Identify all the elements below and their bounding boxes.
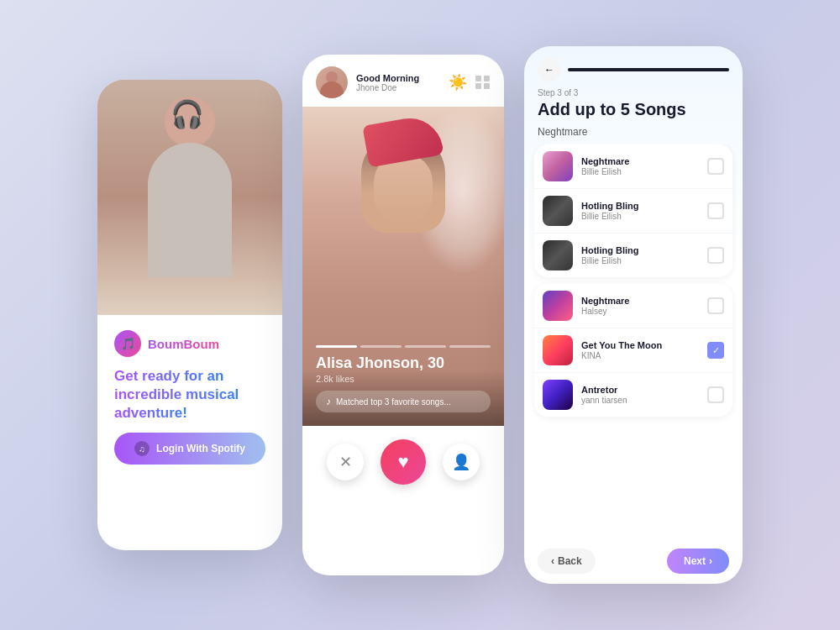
song-item[interactable]: Neghtmare Halsey <box>534 284 732 328</box>
song-info-3: Hotling Bling Billie Eilish <box>581 245 699 265</box>
profile-screen: Good Morning Jhone Doe ☀️ Alisa Jhonson,… <box>302 55 504 575</box>
song-artist-1: Billie Eilish <box>581 167 699 176</box>
logo-text: BoumBoum <box>148 337 219 351</box>
photo-overlay: Alisa Jhonson, 30 2.8k likes ♪ Matched t… <box>302 332 504 426</box>
song-checkbox-2[interactable] <box>707 202 724 219</box>
song-title-5: Get You The Moon <box>581 340 699 350</box>
song-item[interactable]: Hotling Bling Billie Eilish <box>534 189 732 234</box>
welcome-screen: 🎧 🎵 BoumBoum Get ready for an incredible… <box>97 80 282 550</box>
song-checkbox-6[interactable] <box>707 386 724 403</box>
song-item[interactable]: Antretor yann tiarsen <box>534 373 732 417</box>
back-arrow-button[interactable]: ← <box>538 58 561 81</box>
song-checkbox-3[interactable] <box>707 247 724 264</box>
song-artwork-4 <box>543 291 573 321</box>
matched-songs-bar[interactable]: ♪ Matched top 3 favorite songs... <box>316 391 491 412</box>
matched-text: Matched top 3 favorite songs... <box>336 397 451 407</box>
song-checkbox-4[interactable] <box>707 297 724 314</box>
progress-fill <box>568 68 729 71</box>
grid-icon[interactable] <box>475 76 491 89</box>
song-artwork-2 <box>543 196 573 226</box>
footer: ‹ Back Next › <box>524 538 743 584</box>
song-info-5: Get You The Moon KINA <box>581 340 699 360</box>
match-photo: Alisa Jhonson, 30 2.8k likes ♪ Matched t… <box>302 107 504 426</box>
spotify-login-label: Login With Spotify <box>156 443 245 454</box>
song-info-6: Antretor yann tiarsen <box>581 385 699 405</box>
hero-photo: 🎧 <box>97 80 282 315</box>
song-title-4: Neghtmare <box>581 296 699 306</box>
step-indicator: Step 3 of 3 <box>524 88 743 99</box>
next-label: Next <box>684 555 706 567</box>
tagline: Get ready for an incredible musical adve… <box>114 367 265 423</box>
song-group-2: Neghtmare Halsey Get You The Moon KINA ✓… <box>534 284 732 417</box>
logo-row: 🎵 BoumBoum <box>114 330 219 357</box>
song-artist-5: KINA <box>581 351 699 360</box>
search-label: Neghtmare <box>524 126 743 144</box>
swipe-dot-2 <box>360 345 402 348</box>
back-label: Back <box>558 555 582 567</box>
like-button[interactable]: ♥ <box>381 439 426 485</box>
song-artist-3: Billie Eilish <box>581 256 699 265</box>
logo-icon: 🎵 <box>114 330 141 357</box>
song-artist-4: Halsey <box>581 307 699 316</box>
profile-button[interactable]: 👤 <box>443 444 480 480</box>
grid-dot <box>484 83 490 89</box>
grid-dot <box>475 83 481 89</box>
swipe-dot-1 <box>316 345 357 348</box>
heart-headphones-icon: 🎵 <box>121 337 135 350</box>
username-text: Jhone Doe <box>356 83 440 92</box>
song-info-1: Neghtmare Billie Eilish <box>581 156 699 176</box>
song-artist-2: Billie Eilish <box>581 212 699 221</box>
grid-dot <box>475 76 481 81</box>
song-item[interactable]: Hotling Bling Billie Eilish <box>534 234 732 277</box>
headphones-icon: 🎧 <box>171 98 204 130</box>
song-artwork-1 <box>543 151 573 181</box>
song-artwork-6 <box>543 380 573 410</box>
header-text: Good Morning Jhone Doe <box>356 73 440 92</box>
song-checkbox-5[interactable]: ✓ <box>707 342 724 359</box>
tagline-start: Get ready for an <box>114 368 223 384</box>
swipe-dots <box>316 345 491 348</box>
chevron-left-icon: ‹ <box>551 555 554 567</box>
music-note-icon: ♪ <box>326 396 331 407</box>
song-item[interactable]: Neghtmare Billie Eilish <box>534 144 732 189</box>
card1-body: 🎵 BoumBoum Get ready for an incredible m… <box>97 315 282 550</box>
action-buttons: ✕ ♥ 👤 <box>302 426 504 498</box>
person-likes: 2.8k likes <box>316 374 491 384</box>
swipe-dot-3 <box>405 345 446 348</box>
songs-list: Neghtmare Billie Eilish Hotling Bling Bi… <box>524 144 743 538</box>
greeting-text: Good Morning <box>356 73 440 83</box>
back-button[interactable]: ‹ Back <box>538 549 596 574</box>
song-item[interactable]: Get You The Moon KINA ✓ <box>534 328 732 373</box>
song-info-2: Hotling Bling Billie Eilish <box>581 201 699 221</box>
song-artwork-3 <box>543 240 573 270</box>
tagline-highlight: incredible musical <box>114 386 239 402</box>
spotify-icon: ♫ <box>134 441 150 456</box>
song-selection-screen: ← Step 3 of 3 Add up to 5 Songs Neghtmar… <box>524 46 743 584</box>
sun-icon: ☀️ <box>449 73 467 92</box>
chevron-right-icon: › <box>709 555 712 567</box>
grid-dot <box>484 76 490 81</box>
song-title-6: Antretor <box>581 385 699 395</box>
next-button[interactable]: Next › <box>667 549 729 574</box>
tagline-end: adventure! <box>114 405 187 421</box>
song-info-4: Neghtmare Halsey <box>581 296 699 316</box>
song-artwork-5 <box>543 335 573 365</box>
song-checkbox-1[interactable] <box>707 158 724 175</box>
close-button[interactable]: ✕ <box>327 444 364 480</box>
header: Good Morning Jhone Doe ☀️ <box>302 55 504 107</box>
page-title: Add up to 5 Songs <box>524 99 743 126</box>
song-title-2: Hotling Bling <box>581 201 699 211</box>
swipe-dot-4 <box>449 345 491 348</box>
top-bar: ← <box>524 46 743 88</box>
user-avatar <box>316 66 348 98</box>
spotify-login-button[interactable]: ♫ Login With Spotify <box>114 433 265 465</box>
song-group-1: Neghtmare Billie Eilish Hotling Bling Bi… <box>534 144 732 277</box>
progress-bar <box>568 68 729 71</box>
person-name: Alisa Jhonson, 30 <box>316 354 491 372</box>
song-title-1: Neghtmare <box>581 156 699 166</box>
song-title-3: Hotling Bling <box>581 245 699 255</box>
song-artist-6: yann tiarsen <box>581 396 699 405</box>
